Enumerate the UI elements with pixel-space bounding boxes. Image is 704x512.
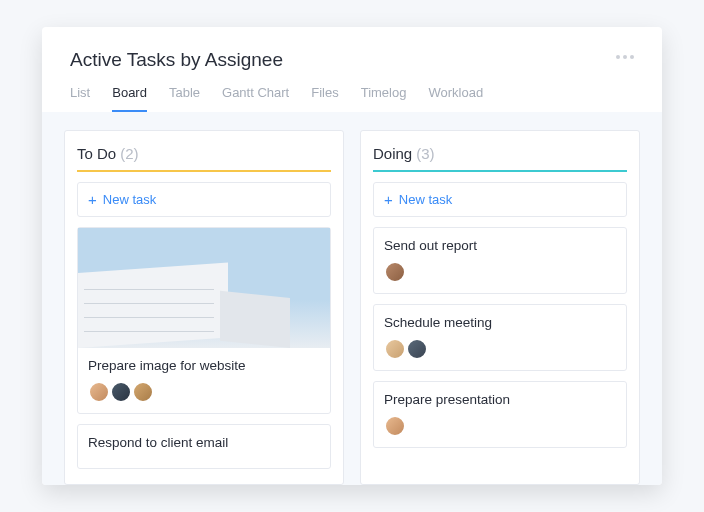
column-count: (2) <box>120 145 138 162</box>
plus-icon: + <box>384 192 393 207</box>
tab-table[interactable]: Table <box>169 85 200 112</box>
task-image <box>78 228 330 348</box>
task-card[interactable]: Prepare presentation <box>373 381 627 448</box>
new-task-label: New task <box>399 192 452 207</box>
tab-board[interactable]: Board <box>112 85 147 112</box>
task-card[interactable]: Prepare image for website <box>77 227 331 414</box>
tab-timelog[interactable]: Timelog <box>361 85 407 112</box>
column-header: Doing (3) <box>373 145 627 170</box>
new-task-button[interactable]: + New task <box>373 182 627 217</box>
new-task-button[interactable]: + New task <box>77 182 331 217</box>
avatar <box>110 381 132 403</box>
page-title: Active Tasks by Assignee <box>70 49 283 71</box>
avatar <box>406 338 428 360</box>
tab-workload[interactable]: Workload <box>428 85 483 112</box>
column-doing: Doing (3) + New task Send out report Sch… <box>360 130 640 485</box>
column-accent <box>373 170 627 172</box>
board: To Do (2) + New task Prepare image for w… <box>42 112 662 485</box>
tab-list[interactable]: List <box>70 85 90 112</box>
task-avatars <box>78 381 330 403</box>
avatar <box>88 381 110 403</box>
task-title: Schedule meeting <box>384 315 616 338</box>
column-todo: To Do (2) + New task Prepare image for w… <box>64 130 344 485</box>
task-title: Prepare image for website <box>78 348 330 381</box>
column-title: Doing <box>373 145 412 162</box>
task-card[interactable]: Schedule meeting <box>373 304 627 371</box>
avatar <box>384 415 406 437</box>
task-avatars <box>384 338 616 360</box>
avatar <box>132 381 154 403</box>
tab-gantt[interactable]: Gantt Chart <box>222 85 289 112</box>
tab-files[interactable]: Files <box>311 85 338 112</box>
avatar <box>384 261 406 283</box>
header: Active Tasks by Assignee <box>42 27 662 71</box>
plus-icon: + <box>88 192 97 207</box>
task-avatars <box>384 261 616 283</box>
task-title: Prepare presentation <box>384 392 616 415</box>
app-window: Active Tasks by Assignee List Board Tabl… <box>42 27 662 485</box>
task-avatars <box>384 415 616 437</box>
column-count: (3) <box>416 145 434 162</box>
task-card[interactable]: Respond to client email <box>77 424 331 469</box>
column-accent <box>77 170 331 172</box>
more-icon[interactable] <box>616 49 634 59</box>
column-header: To Do (2) <box>77 145 331 170</box>
task-card[interactable]: Send out report <box>373 227 627 294</box>
new-task-label: New task <box>103 192 156 207</box>
column-title: To Do <box>77 145 116 162</box>
task-title: Send out report <box>384 238 616 261</box>
task-title: Respond to client email <box>88 435 320 458</box>
avatar <box>384 338 406 360</box>
view-tabs: List Board Table Gantt Chart Files Timel… <box>42 71 662 112</box>
